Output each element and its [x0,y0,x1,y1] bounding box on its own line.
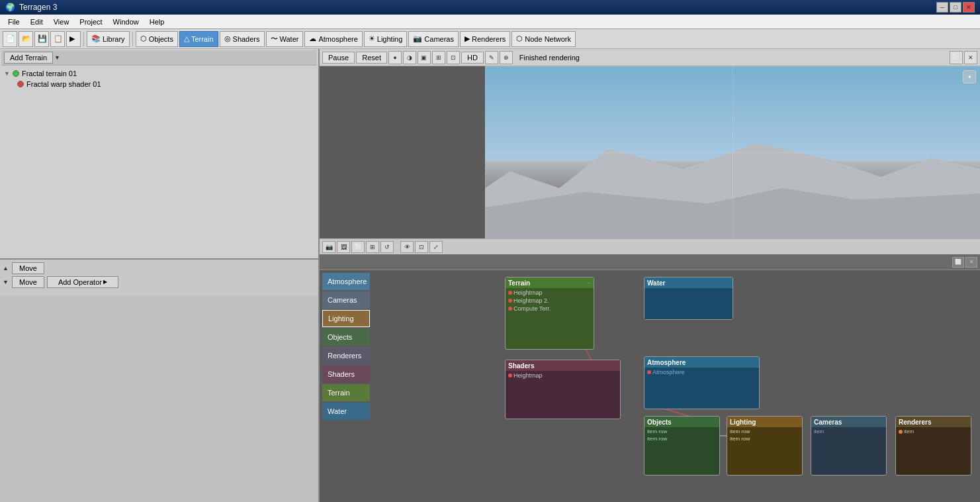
node-card-water[interactable]: Water [644,277,733,320]
node-card-lighting[interactable]: Lighting item row item row [727,416,803,476]
expand-arrow: ▼ [4,70,10,77]
renderers-card-header: Renderers [896,417,971,427]
toolbar-lighting[interactable]: ☀ Lighting [364,31,408,47]
toolbar-library[interactable]: 📚 Library [87,31,130,47]
rbt-btn-5[interactable]: ↺ [380,241,394,253]
hd-button[interactable]: HD [461,52,484,64]
node-network-panel: ⬜ ✕ Atmosphere Cameras Lighting Objects … [320,254,980,502]
toolbar-render-small[interactable]: ▶ [66,31,81,47]
rbt-btn-4[interactable]: ⊞ [366,241,379,253]
node-card-terrain[interactable]: Terrain → Heightmap Heightmap 2. [505,277,594,350]
node-cat-renderers[interactable]: Renderers [322,347,370,364]
add-operator-arrow: ▶ [103,279,107,285]
minimize-button[interactable]: ─ [936,2,948,13]
terrain-dot-green [13,70,19,77]
corner-compass[interactable]: ✦ [963,70,976,83]
render-quad-icon[interactable]: ▣ [418,51,431,64]
node-cat-cameras[interactable]: Cameras [322,291,370,309]
atm-row-1: Atmosphere [647,369,756,376]
render-action-2[interactable]: ⊕ [500,51,513,64]
viewport-collapse-btn[interactable]: ✕ [964,51,977,64]
renderers-card-title: Renderers [899,419,931,426]
add-terrain-arrow[interactable]: ▼ [54,54,60,61]
node-card-shaders[interactable]: Shaders Heightmap [505,360,621,419]
rend-dot-1 [899,430,903,434]
render-half-icon[interactable]: ◑ [403,51,416,64]
node-cat-water[interactable]: Water [322,403,370,420]
node-cat-shaders[interactable]: Shaders [322,366,370,383]
rbt-btn-3[interactable]: ⬜ [351,241,365,253]
render-circle-icon[interactable]: ● [388,51,402,64]
toolbar-new[interactable]: 📄 [3,31,17,47]
node-card-cameras[interactable]: Cameras item [811,416,887,476]
left-panel: Add Terrain ▼ ▼ Fractal terrain 01 Fract… [0,49,320,502]
viewport-expand-btn[interactable]: ⬜ [950,51,963,64]
render-action-1[interactable]: ✎ [485,51,498,64]
toolbar-open[interactable]: 📂 [19,31,33,47]
close-button[interactable]: ✕ [963,2,975,13]
node-cat-objects[interactable]: Objects [322,328,370,346]
toolbar-node-network[interactable]: ⬡ Node Network [512,31,576,47]
pause-button[interactable]: Pause [322,52,355,64]
node-area[interactable]: Atmosphere Cameras Lighting Objects Rend… [320,270,980,502]
rbt-btn-8[interactable]: ⤢ [429,241,443,253]
menu-view[interactable]: View [48,17,75,27]
reset-button[interactable]: Reset [356,52,387,64]
render-expand-icon[interactable]: ⊡ [447,51,460,64]
node-expand-btn[interactable]: ⬜ [952,257,964,268]
renderers-card-body: item [896,427,971,475]
objects-card-header: Objects [645,417,719,427]
terrain-item-warp[interactable]: Fractal warp shader 01 [1,79,317,89]
move-up-button[interactable]: Move [12,262,44,274]
title-bar-left: 🌍 Terragen 3 [5,3,57,12]
add-operator-button[interactable]: Add Operator ▶ [47,276,118,288]
render-area[interactable]: ✦ [320,66,980,238]
terrain-dot-2 [508,299,512,303]
node-cat-lighting[interactable]: Lighting [322,310,370,327]
toolbar-renderers[interactable]: ▶ Renderers [460,31,510,47]
rbt-btn-6[interactable]: 👁 [400,241,414,253]
terrain-card-title: Terrain [508,279,530,287]
restore-button[interactable]: □ [950,2,961,13]
menu-project[interactable]: Project [74,17,107,27]
lighting-card-header: Lighting [727,417,802,427]
node-card-objects[interactable]: Objects item row item row [644,416,720,476]
app-icon: 🌍 [5,3,15,12]
rbt-btn-7[interactable]: ⊡ [415,241,428,253]
obj-item-1: item row [647,428,667,434]
menu-file[interactable]: File [3,17,25,27]
terrain-item-fractal[interactable]: ▼ Fractal terrain 01 [1,68,317,79]
add-terrain-bar: Add Terrain ▼ [1,50,317,66]
move-down-button[interactable]: Move [12,276,44,288]
operator-row-2: ▼ Move Add Operator ▶ [3,276,316,288]
lighting-card-title: Lighting [730,419,756,426]
toolbar-save2[interactable]: 📋 [50,31,65,47]
toolbar-terrain[interactable]: △ Terrain [179,31,218,47]
terrain-item-3: Compute Terr. [513,305,551,312]
menu-help[interactable]: Help [144,17,170,27]
obj-item-2: item row [647,436,667,442]
rbt-btn-1[interactable]: 📷 [322,241,335,253]
atmosphere-card-title: Atmosphere [647,359,686,366]
toolbar-cameras[interactable]: 📷 Cameras [408,31,459,47]
node-card-atmosphere[interactable]: Atmosphere Atmosphere [644,356,760,409]
toolbar-atmosphere[interactable]: ☁ Atmosphere [304,31,362,47]
atmosphere-card-body: Atmosphere [645,368,759,409]
node-cat-terrain[interactable]: Terrain [322,384,370,401]
menu-window[interactable]: Window [108,17,144,27]
add-terrain-button[interactable]: Add Terrain [4,52,53,64]
water-icon: 〜 [271,34,278,44]
render-grid-icon[interactable]: ⊞ [432,51,445,64]
terrain-icon: △ [184,34,189,43]
menu-edit[interactable]: Edit [25,17,48,27]
toolbar-shaders[interactable]: ◎ Shaders [220,31,265,47]
toolbar-objects[interactable]: ⬡ Objects [136,31,178,47]
shaders-card-title: Shaders [508,362,534,370]
node-close-btn[interactable]: ✕ [965,257,977,268]
node-card-renderers[interactable]: Renderers item [895,416,971,476]
toolbar-save[interactable]: 💾 [34,31,49,47]
node-network-icon: ⬡ [516,34,523,43]
node-cat-atmosphere[interactable]: Atmosphere [322,273,370,290]
toolbar-water[interactable]: 〜 Water [266,31,304,47]
rbt-btn-2[interactable]: 🖼 [337,241,350,253]
